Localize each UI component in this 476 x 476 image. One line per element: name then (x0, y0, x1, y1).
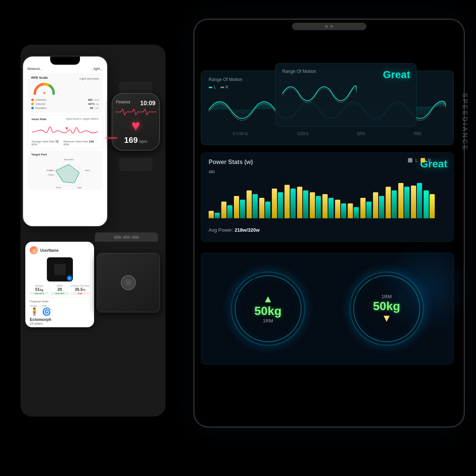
scale-top-bar (95, 232, 158, 242)
weight-metric: Weight 51kg Standard (30, 284, 49, 295)
svg-text:Shoulders: Shoulders (64, 158, 74, 161)
bar-right-1 (227, 205, 232, 218)
calories-dot (31, 99, 34, 101)
bar-group-13 (373, 192, 384, 218)
radar-chart: Shoulders Back Legs Core Hips Arms Chest (46, 158, 84, 187)
bar-group-17 (424, 190, 435, 218)
heart-rate-section: Heart Rate Data Source: Apple Watch ♥ Av… (28, 115, 103, 148)
weight-inner-1: ▲ 50kg 1RM (254, 294, 282, 324)
phone-screen: Bilateral... ...light... RPE Scale Light… (23, 57, 107, 226)
bar-chart-container: 480 (209, 170, 446, 226)
rom-small-wave (282, 77, 357, 107)
bar-group-10 (335, 200, 346, 218)
bar-left-8 (310, 192, 315, 218)
bar-group-3 (247, 190, 258, 218)
1rm-label-2: 1RM (373, 294, 400, 299)
bmr-metric: BMR 20 Standard (50, 284, 69, 295)
bar-right-16 (417, 183, 422, 218)
svg-text:Back: Back (85, 169, 90, 171)
bar-right-7 (303, 190, 308, 218)
scale-thumbnail: B (47, 257, 73, 282)
bar-group-7 (297, 187, 308, 218)
bar-left-4 (259, 198, 264, 218)
bar-right-3 (253, 194, 258, 218)
calories-stat: Calories 401 kcal (31, 98, 99, 102)
bar-right-0 (215, 213, 220, 218)
target-part-section: Target Part Shoulders Back Legs Core Hip… (28, 151, 103, 190)
arrow-down-2: ▼ (373, 313, 400, 324)
legend-R: R (221, 85, 228, 89)
tp-header: Target Part (31, 153, 99, 156)
watch-bpm-display: 169 bpm (124, 135, 148, 145)
svg-text:Legs: Legs (77, 186, 81, 189)
metrics-grid: Weight 51kg Standard BMR 20 Standard Che… (30, 284, 90, 295)
bar-group-11 (348, 203, 359, 218)
right-panel: SPEEDIANCE Range Of Motion L R (171, 19, 469, 446)
bar-left-17 (424, 190, 429, 218)
hr-avg-label: Average Heart Rate 72 BPM (32, 140, 64, 146)
svg-point-0 (43, 92, 45, 94)
bar-group-5 (272, 189, 283, 218)
fat-badge: High (71, 292, 90, 295)
bar-right-15 (404, 187, 409, 218)
fat-metric: Chests Fat Rate 26.5% High (71, 284, 90, 295)
scale-btn-2 (123, 236, 130, 239)
duration-dot (31, 107, 34, 109)
watch-body: Finished 10:09 ♥ 169 bpm (112, 93, 160, 151)
smartwatch: Finished 10:09 ♥ 169 bpm (112, 93, 167, 160)
rpe-section: RPE Scale Light and easy Calories 401 kc… (28, 73, 103, 113)
bar-group-15 (398, 183, 409, 218)
svg-text:Arms: Arms (46, 169, 52, 171)
watch-status: Finished (116, 100, 130, 104)
bar-group-2 (234, 196, 245, 218)
bar-left-13 (373, 192, 378, 218)
range-of-motion-panel-2: Range Of Motion Great (275, 63, 416, 126)
rpe-status: Light and easy (80, 77, 99, 80)
volume-dot (31, 103, 34, 105)
weight-badge: Standard (30, 292, 49, 295)
power-stats-panel: Power Stats (w) Great L R 480 (201, 152, 454, 242)
hr-label: Heart Rate (32, 118, 46, 121)
bar-group-1 (221, 202, 232, 218)
bar-left-0 (209, 211, 214, 218)
bar-group-16 (411, 183, 422, 218)
user-card: g UserName B Weight 51kg Standard BMR 20… (25, 242, 94, 327)
tab-dot-2 (330, 25, 333, 28)
bar-right-9 (328, 198, 334, 218)
svg-text:♥: ♥ (65, 126, 68, 131)
bar-left-9 (322, 194, 328, 218)
bmr-badge: Standard (50, 292, 69, 295)
arc-gauge (31, 81, 57, 95)
bar-right-2 (240, 200, 245, 218)
hr-footer: Average Heart Rate 72 BPM Maximum Heart … (32, 140, 99, 146)
bar-right-14 (392, 190, 397, 218)
svg-text:Chest: Chest (48, 174, 54, 176)
scale-device (97, 253, 160, 312)
bar-left-12 (360, 198, 366, 218)
bluetooth-badge: B (67, 276, 72, 281)
bar-group-4 (259, 198, 270, 218)
bar-group-0 (209, 211, 220, 218)
bar-left-14 (386, 187, 391, 218)
bar-left-7 (297, 187, 302, 218)
bar-group-9 (322, 194, 334, 218)
fat-value: 26.5% (71, 287, 90, 292)
shape-info: Shape 🧍 (30, 305, 39, 316)
phone-top-label: Bilateral... (28, 67, 42, 71)
hr-max-label: Maximum Heart Rate 169 BPM (64, 140, 99, 146)
bar-left-10 (335, 200, 340, 218)
weight-label-1: 1RM (254, 318, 282, 324)
bar-left-16 (411, 186, 416, 218)
rpe-label: RPE Scale (31, 76, 48, 80)
duration-stat: Duration 50 min (31, 106, 99, 110)
legend-L: L (209, 85, 216, 89)
bar-left-2 (234, 196, 239, 218)
bar-group-8 (310, 192, 321, 218)
svg-marker-5 (56, 164, 79, 183)
weight-circle-2: 1RM 50kg ▼ (350, 271, 424, 346)
weight-circle-1: ▲ 50kg 1RM (231, 271, 305, 346)
speediance-brand: SPEEDIANCE (461, 93, 469, 151)
bar-chart (209, 174, 446, 226)
physical-state: Physical State Shape 🧍 Age 🌀 Ectomorph 2… (30, 297, 90, 325)
hr-graph: ♥ (32, 122, 99, 137)
